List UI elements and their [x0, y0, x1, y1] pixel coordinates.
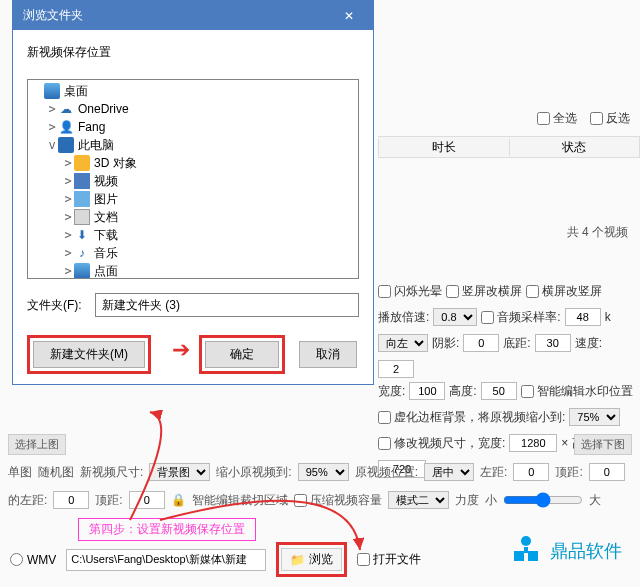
arrow-icon: ➔ [172, 337, 190, 363]
svg-point-0 [521, 536, 531, 546]
height-input[interactable] [481, 382, 517, 400]
virtual-border-checkbox[interactable]: 虚化边框背景，将原视频缩小到: [378, 404, 565, 430]
playback-select[interactable]: 0.8 [433, 308, 477, 326]
shrink-pct-select[interactable]: 75% [569, 408, 620, 426]
bottom-input[interactable] [535, 334, 571, 352]
select-all-checkbox[interactable]: 全选 [537, 110, 577, 127]
direction-select[interactable]: 向左 [378, 334, 428, 352]
user-icon: 👤 [58, 119, 74, 135]
brand-logo: 鼎品软件 [508, 533, 622, 569]
open-file-checkbox[interactable]: 打开文件 [357, 551, 421, 568]
flash-checkbox[interactable]: 闪烁光晕 [378, 278, 442, 304]
tree-item[interactable]: >⬇下载 [28, 226, 358, 244]
h2v-checkbox[interactable]: 横屏改竖屏 [526, 278, 602, 304]
tree-item[interactable]: >视频 [28, 172, 358, 190]
ok-button[interactable]: 确定 [205, 341, 279, 368]
v2h-checkbox[interactable]: 竖屏改横屏 [446, 278, 522, 304]
col-duration: 时长 [378, 139, 509, 156]
dl-icon: ⬇ [74, 227, 90, 243]
mode-select[interactable]: 模式二 [388, 491, 449, 509]
folder-name-input[interactable] [95, 293, 359, 317]
close-icon[interactable]: ✕ [335, 9, 363, 23]
tree-item[interactable]: >☁OneDrive [28, 100, 358, 118]
table-header: 时长 状态 [378, 136, 640, 158]
tree-item[interactable]: >图片 [28, 190, 358, 208]
tree-item[interactable]: >👤Fang [28, 118, 358, 136]
shrink-select[interactable]: 95% [298, 463, 349, 481]
video-count: 共 4 个视频 [378, 218, 640, 247]
folder-icon: 📁 [290, 553, 305, 567]
leftdist-input[interactable] [53, 491, 89, 509]
pic-icon [74, 191, 90, 207]
tree-item[interactable]: 桌面 [28, 82, 358, 100]
audio-rate-input[interactable] [565, 308, 601, 326]
compress-checkbox[interactable]: 压缩视频容量 [294, 492, 382, 509]
svg-rect-1 [514, 551, 524, 561]
speed-input[interactable] [378, 360, 414, 378]
select-up-button[interactable]: 选择上图 [8, 434, 66, 455]
width-input[interactable] [409, 382, 445, 400]
cancel-button[interactable]: 取消 [299, 341, 357, 368]
desk-icon [74, 263, 90, 279]
shadow-input[interactable] [463, 334, 499, 352]
svg-rect-3 [524, 547, 528, 553]
step4-annotation: 第四步：设置新视频保存位置 [78, 518, 256, 541]
pc-icon [58, 137, 74, 153]
doc-icon [74, 209, 90, 225]
vid-icon [74, 173, 90, 189]
tree-item[interactable]: >文档 [28, 208, 358, 226]
force-slider[interactable] [503, 492, 583, 508]
select-down-button[interactable]: 选择下图 [574, 434, 632, 455]
dialog-title: 浏览文件夹 [23, 7, 83, 24]
folder-tree[interactable]: 桌面>☁OneDrive>👤Fangv此电脑>3D 对象>视频>图片>文档>⬇下… [27, 79, 359, 279]
smart-watermark-checkbox[interactable]: 智能编辑水印位置 [521, 378, 633, 404]
top-input[interactable] [589, 463, 625, 481]
folder-label: 文件夹(F): [27, 297, 89, 314]
cloud-icon: ☁ [58, 101, 74, 117]
origpos-select[interactable]: 居中 [424, 463, 474, 481]
new-folder-button[interactable]: 新建文件夹(M) [33, 341, 145, 368]
browse-button[interactable]: 📁 浏览 [281, 548, 342, 571]
tree-item[interactable]: >♪音乐 [28, 244, 358, 262]
audio-rate-checkbox[interactable]: 音频采样率: [481, 304, 560, 330]
music-icon: ♪ [74, 245, 90, 261]
save-path-input[interactable] [66, 549, 266, 571]
tree-item[interactable]: >3D 对象 [28, 154, 358, 172]
col-status: 状态 [509, 139, 640, 156]
browse-folder-dialog: 浏览文件夹 ✕ 新视频保存位置 桌面>☁OneDrive>👤Fangv此电脑>3… [12, 0, 374, 385]
dialog-subtitle: 新视频保存位置 [27, 44, 359, 61]
tree-item[interactable]: v此电脑 [28, 136, 358, 154]
newsize-select[interactable]: 背景图 [149, 463, 210, 481]
3d-icon [74, 155, 90, 171]
svg-rect-2 [528, 551, 538, 561]
left-input[interactable] [513, 463, 549, 481]
desk-icon [44, 83, 60, 99]
invert-select-checkbox[interactable]: 反选 [590, 110, 630, 127]
topdist-input[interactable] [129, 491, 165, 509]
wmv-radio[interactable]: WMV [10, 553, 56, 567]
tree-item[interactable]: >点面 [28, 262, 358, 279]
